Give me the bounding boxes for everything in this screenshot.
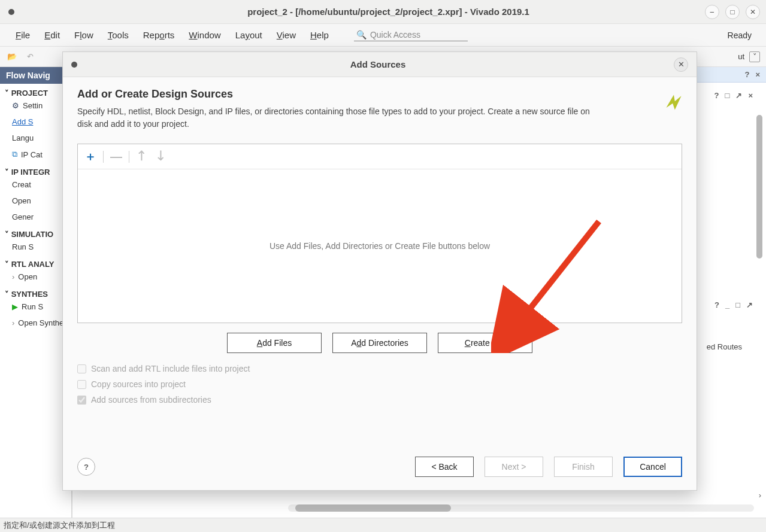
section-simulation[interactable]: SIMULATIO [0,225,71,239]
menu-view[interactable]: View [270,26,303,44]
toolbar-separator [103,151,104,163]
dialog-titlebar: Add Sources ✕ [63,52,697,77]
menu-flow[interactable]: Flow [67,26,101,44]
create-file-button[interactable]: Create File [438,333,532,353]
dialog-body: ＋ ― 🡑 🡓 Use Add Files, Add Directories o… [63,135,697,452]
back-button[interactable]: < Back [415,457,474,477]
svg-marker-0 [666,95,681,110]
move-up-icon: 🡑 [135,150,149,163]
window-menu-dot[interactable] [8,9,14,15]
dialog-description: Specify HDL, netlist, Block Design, and … [77,105,604,130]
check-subdirs-input [77,396,86,405]
add-icon[interactable]: ＋ [84,150,97,163]
add-directories-button[interactable]: Add Directories [332,333,427,353]
panel2-help-icon[interactable]: ? [714,300,719,309]
move-down-icon: 🡓 [155,150,168,163]
sidebar-item-create-bd[interactable]: Creat [0,177,71,193]
ip-icon: ⧉ [12,150,17,159]
flow-navigator: Flow Navig PROJECT ⚙Settin Add S Langu ⧉… [0,67,72,518]
vivado-logo-icon [663,92,685,113]
dialog-title: Add Sources [82,59,674,69]
panel2-popout-icon[interactable]: ↗ [746,300,753,309]
open-project-icon[interactable]: 📂 [6,51,18,63]
dialog-close-button[interactable]: ✕ [674,57,688,72]
menu-edit[interactable]: Edit [37,26,67,44]
gear-icon: ⚙ [12,101,19,110]
maximize-button[interactable]: □ [725,5,740,19]
options-checkboxes: Scan and add RTL include files into proj… [77,364,682,405]
sources-toolbar: ＋ ― 🡑 🡓 [78,144,682,169]
check-copy-sources: Copy sources into project [77,379,682,389]
sources-list-box: ＋ ― 🡑 🡓 Use Add Files, Add Directories o… [77,144,682,323]
status-ready: Ready [728,31,758,40]
close-window-button[interactable]: ✕ [746,5,760,19]
sidebar-item-ip-catalog[interactable]: ⧉IP Cat [0,146,71,163]
scroll-right-arrow[interactable]: › [759,491,761,500]
panel2-min-icon[interactable]: _ [725,300,729,309]
sidebar-item-generate-bd[interactable]: Gener [0,209,71,225]
sidebar-item-run-synthesis[interactable]: ▶Run S [0,299,71,315]
panel2-dock-icon[interactable]: □ [735,300,740,309]
quick-access-placeholder: Quick Access [370,30,420,39]
menu-tools[interactable]: Tools [101,26,136,44]
statusbar: 指定和/或创建源文件添加到工程 [0,518,766,532]
horizontal-scroll-thumb[interactable] [295,504,451,512]
section-synthesis[interactable]: SYNTHES [0,285,71,299]
check-copy-sources-input [77,380,86,389]
sidebar-item-settings[interactable]: ⚙Settin [0,98,71,114]
dialog-heading: Add or Create Design Sources [77,88,682,101]
statusbar-text: 指定和/或创建源文件添加到工程 [4,520,115,531]
window-title: project_2 - [/home/ubuntu/project_2/proj… [19,7,758,17]
help-icon[interactable]: ? [744,70,749,79]
add-files-button[interactable]: Add Files [227,333,322,353]
flow-navigator-header: Flow Navig [0,67,71,84]
menu-reports[interactable]: Reports [136,26,182,44]
next-button: Next > [485,457,543,477]
quick-access-search[interactable]: 🔍 Quick Access [354,29,468,41]
sidebar-item-run-simulation[interactable]: Run S [0,239,71,255]
layout-label-fragment: ut [738,52,744,61]
sidebar-item-open-synthesized[interactable]: Open Synthesized Design [0,315,71,331]
sidebar-item-open-bd[interactable]: Open [0,193,71,209]
table-header-fragment: ed Routes [707,342,742,351]
dialog-help-button[interactable]: ? [77,458,95,476]
menubar: File Edit Flow Tools Reports Window Layo… [0,24,766,47]
section-project[interactable]: PROJECT [0,84,71,98]
menu-file[interactable]: File [8,26,37,44]
menu-layout[interactable]: Layout [228,26,270,44]
add-sources-dialog: Add Sources ✕ Add or Create Design Sourc… [62,51,697,491]
cancel-button[interactable]: Cancel [623,457,682,477]
section-ip-integrator[interactable]: IP INTEGR [0,163,71,177]
dialog-header: Add or Create Design Sources Specify HDL… [63,77,697,135]
menu-help[interactable]: Help [303,26,336,44]
horizontal-scrollbar[interactable] [288,504,754,512]
toolbar-separator [129,151,129,163]
section-rtl-analysis[interactable]: RTL ANALY [0,255,71,269]
play-icon: ▶ [12,302,18,311]
window-titlebar: project_2 - [/home/ubuntu/project_2/proj… [0,0,766,24]
dialog-footer: ? < Back Next > Finish Cancel [63,452,697,490]
finish-button: Finish [554,457,613,477]
menu-window[interactable]: Window [181,26,228,44]
minimize-button[interactable]: ‒ [705,5,719,19]
check-subdirectories: Add sources from subdirectories [77,395,682,405]
remove-icon: ― [110,150,123,163]
undo-icon[interactable]: ↶ [24,51,36,63]
layout-dropdown[interactable]: ˅ [749,51,760,62]
file-action-buttons: Add Files Add Directories Create File [77,333,682,353]
sidebar-item-open-elaborated[interactable]: Open [0,269,71,285]
sidebar-item-language[interactable]: Langu [0,130,71,146]
check-scan-rtl: Scan and add RTL include files into proj… [77,364,682,373]
dialog-menu-dot[interactable] [71,62,77,68]
search-icon: 🔍 [356,30,367,39]
sidebar-item-add-sources[interactable]: Add S [0,114,71,130]
panel-close-icon[interactable]: × [755,70,760,79]
sources-placeholder-text: Use Add Files, Add Directories or Create… [78,169,682,323]
check-scan-rtl-input [77,364,86,373]
